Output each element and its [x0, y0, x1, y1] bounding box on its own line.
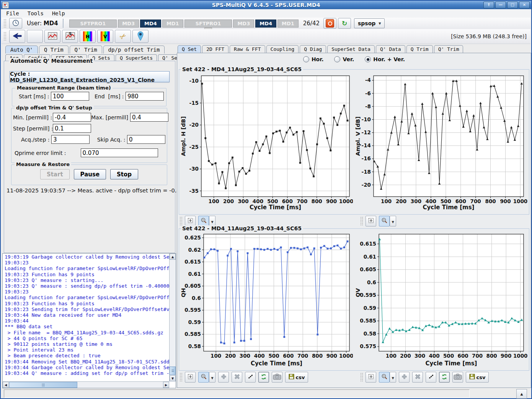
zoom-menu-button[interactable]: ▼: [390, 372, 396, 383]
maximize-button[interactable]: □: [507, 2, 518, 8]
toolbar-button-pin[interactable]: [132, 30, 149, 43]
autoscale-button[interactable]: [185, 216, 196, 226]
scatter-style-button[interactable]: [245, 372, 256, 383]
tab-raw-fft[interactable]: Raw & FFT: [230, 45, 265, 53]
divider-collapse-button[interactable]: ▲: [516, 389, 527, 399]
toolbar-drag-handle[interactable]: [3, 19, 7, 28]
reload-button[interactable]: [258, 372, 269, 383]
tab-q-diag[interactable]: Q Diag: [300, 45, 326, 53]
stop-button[interactable]: Stop: [110, 169, 138, 179]
log-horizontal-scrollbar[interactable]: ◀ ||| ▶: [3, 381, 169, 388]
toolbar-button-chart[interactable]: [44, 30, 60, 43]
toolbar-button-scissors[interactable]: ✂: [115, 30, 131, 43]
scroll-left-button[interactable]: ◀: [3, 382, 9, 388]
tab-q-set[interactable]: Q Set: [178, 45, 201, 53]
supercycle-button-sftpro1-4[interactable]: SFTPRO1: [184, 20, 232, 28]
ampl-v-chart[interactable]: -4-6-8-10-12-14-16-18-201002003004005006…: [354, 73, 527, 213]
toolbar-drag-handle[interactable]: [3, 32, 7, 41]
reload-button[interactable]: [439, 372, 450, 383]
toolbar-button-fft-v[interactable]: V: [97, 30, 113, 43]
log-text[interactable]: 19:03:19 Garbage collector called by Rem…: [3, 254, 169, 381]
radio-ver[interactable]: Ver.: [334, 56, 354, 62]
scroll-down-button[interactable]: ▼: [170, 375, 176, 381]
radio-hor-ver[interactable]: Hor. + Ver.: [365, 56, 405, 62]
toolbar-button-fft-2d[interactable]: [27, 30, 43, 43]
ampl-h-chart[interactable]: -10-15-20-25-30-351002003004005006007008…: [180, 73, 353, 213]
acq-step-field[interactable]: [51, 135, 90, 144]
toolbar-drag-handle[interactable]: [180, 217, 183, 226]
export-csv-button[interactable]: csv: [466, 372, 489, 383]
tab-auto-q[interactable]: Auto Q': [5, 46, 38, 54]
toolbar-button-fft-h[interactable]: H: [80, 30, 96, 43]
scatter-style-button[interactable]: [426, 372, 436, 383]
toolbar-drag-handle[interactable]: [360, 217, 364, 226]
delete-curve-button[interactable]: [412, 372, 423, 383]
refresh-button[interactable]: ↻: [338, 18, 351, 29]
zoom-menu-button[interactable]: ▼: [209, 372, 215, 383]
tab-2d-fft[interactable]: 2D FFT: [202, 45, 228, 53]
start-ms-field[interactable]: [51, 92, 89, 101]
log-hscroll-thumb[interactable]: |||: [9, 382, 77, 388]
tab-dp-p-offset-trim[interactable]: dp/p offset Trim: [103, 46, 165, 54]
tab-q-trim[interactable]: Q Trim: [406, 45, 433, 53]
autoscale-button[interactable]: [185, 372, 196, 383]
qh-chart[interactable]: 0.6250.620.6150.610.6050.60.5950.590.585…: [180, 232, 353, 369]
tab-coupling[interactable]: Coupling: [266, 45, 299, 53]
toolbar-drag-handle[interactable]: [180, 373, 183, 382]
zoom-menu-button[interactable]: ▼: [209, 216, 215, 226]
scroll-up-button[interactable]: ▲: [170, 254, 176, 260]
supercycle-button-sftpro1-0[interactable]: SFTPRO1: [69, 20, 117, 28]
menu-tools[interactable]: Tools: [28, 10, 44, 16]
snapshot-button[interactable]: [452, 372, 463, 383]
supercycle-button-md4-6[interactable]: MD4: [255, 20, 276, 28]
menu-help[interactable]: Help: [52, 10, 65, 16]
scroll-right-button[interactable]: ▶: [163, 382, 169, 388]
zoom-button[interactable]: [379, 372, 390, 383]
supercycle-button-md1-3[interactable]: MD1: [162, 20, 183, 28]
zoom-button[interactable]: [198, 372, 209, 383]
supercycle-button-md4-2[interactable]: MD4: [140, 20, 161, 28]
step-permill-field[interactable]: [53, 124, 91, 133]
tab-q-trim[interactable]: Q' Trim: [70, 46, 102, 54]
shade-button[interactable]: ↑: [483, 2, 494, 8]
tab-q-supersets[interactable]: Q SuperSets: [116, 54, 157, 61]
supercycle-button-md3-1[interactable]: MD3: [118, 20, 139, 28]
toolbar-button-play-arrow[interactable]: [9, 30, 25, 43]
tab-superset-data[interactable]: SuperSet Data: [327, 45, 375, 53]
snapshot-button[interactable]: [272, 372, 282, 383]
log-vscroll-thumb[interactable]: ☰: [170, 366, 176, 375]
log-vertical-scrollbar[interactable]: ▲ ☰ ▼: [169, 254, 176, 381]
console-selector[interactable]: spsop ▼: [354, 18, 385, 28]
zoom-menu-button[interactable]: ▼: [390, 216, 396, 226]
supercycle-button-md3-5[interactable]: MD3: [233, 20, 254, 28]
export-csv-button[interactable]: csv: [285, 372, 308, 383]
zoom-button[interactable]: [379, 216, 390, 226]
delete-curve-button[interactable]: [232, 372, 242, 383]
record-button[interactable]: [323, 18, 336, 29]
pause-button[interactable]: Pause: [74, 169, 106, 179]
add-curve-button[interactable]: [218, 372, 229, 383]
add-curve-button[interactable]: [399, 372, 410, 383]
qprime-error-field[interactable]: [81, 148, 158, 157]
qv-chart[interactable]: 0.6150.610.6050.60.5950.590.5850.580.575…: [354, 232, 527, 369]
timing-clock-button[interactable]: [9, 18, 22, 29]
tab-q-trim[interactable]: Q' Trim: [434, 45, 463, 53]
end-ms-field[interactable]: [126, 92, 164, 101]
max-permill-field[interactable]: [130, 113, 168, 122]
autoscale-button[interactable]: [366, 372, 376, 383]
toolbar-button-chart-s[interactable]: S: [62, 30, 78, 43]
cycle-name-bar[interactable]: Cycle : MD_SHiP_L1230_East_Extraction_20…: [10, 71, 170, 82]
skip-acq-field[interactable]: [127, 135, 165, 144]
minimize-button[interactable]: —: [495, 2, 506, 8]
autoscale-button[interactable]: [366, 216, 376, 226]
zoom-button[interactable]: [198, 216, 209, 226]
min-permill-field[interactable]: [53, 113, 91, 122]
tab-q-trim[interactable]: Q Trim: [39, 46, 69, 54]
menu-file[interactable]: File: [6, 10, 19, 16]
close-button[interactable]: ✕: [519, 2, 530, 8]
toolbar-drag-handle[interactable]: [360, 373, 364, 382]
supercycle-button-md1-7[interactable]: MD1: [277, 20, 299, 28]
tab-q-data[interactable]: Q' Data: [376, 45, 405, 53]
start-button[interactable]: Start: [40, 169, 70, 179]
radio-hor[interactable]: Hor.: [303, 56, 324, 62]
